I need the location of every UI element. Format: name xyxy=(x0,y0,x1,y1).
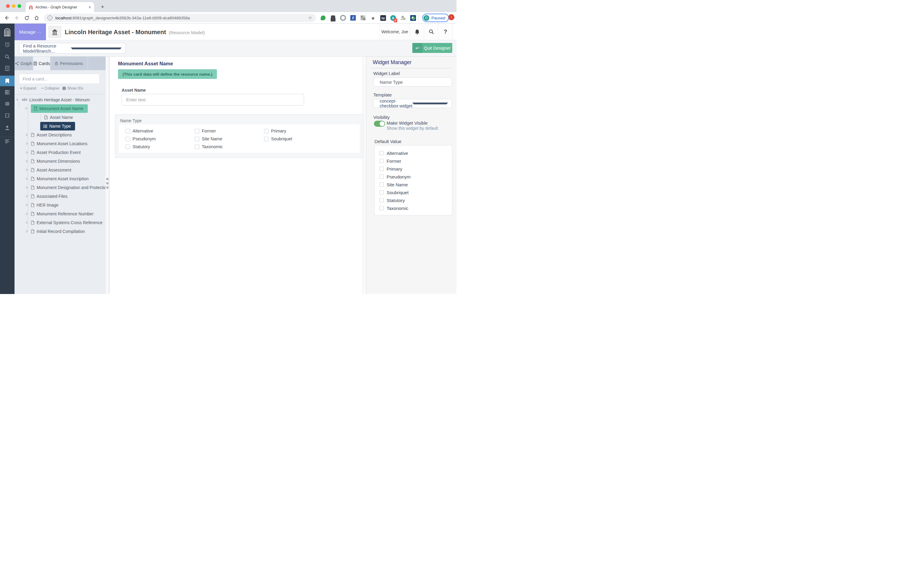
ticket-icon[interactable] xyxy=(0,110,15,121)
search-button[interactable] xyxy=(424,24,438,40)
search-rail-icon[interactable] xyxy=(0,52,15,62)
checkbox[interactable] xyxy=(264,129,269,133)
window-zoom-button[interactable] xyxy=(18,4,21,8)
asset-name-input[interactable] xyxy=(121,94,304,105)
tree-node-name-type-selected[interactable]: Name Type xyxy=(15,122,75,130)
notifications-button[interactable] xyxy=(410,24,424,40)
caret-expanded-icon[interactable] xyxy=(25,107,28,110)
server-icon[interactable] xyxy=(0,87,15,97)
checkbox[interactable] xyxy=(379,159,384,163)
zotero-extension-icon[interactable]: Z xyxy=(350,15,356,21)
evernote-extension-icon[interactable] xyxy=(320,15,326,21)
window-close-button[interactable] xyxy=(6,4,10,8)
person-search-extension-icon[interactable] xyxy=(400,15,406,21)
checkbox[interactable] xyxy=(195,145,199,149)
tree-node-monument-asset-name[interactable]: Monument Asset Name xyxy=(15,104,88,113)
checkbox[interactable] xyxy=(379,190,384,194)
option-pseudonym[interactable]: Pseudonym xyxy=(126,135,195,143)
tree-node-card[interactable]: Monument Asset Locations xyxy=(15,139,87,148)
checkbox[interactable] xyxy=(264,137,269,141)
tree-root-node[interactable]: </> Lincoln Heritage Asset - Monument (e… xyxy=(15,95,90,104)
tree-node-card[interactable]: Monument Dimensions xyxy=(15,157,80,165)
reload-icon[interactable] xyxy=(23,14,30,21)
profile-chip[interactable]: D Paused xyxy=(422,14,449,22)
ring-extension-icon[interactable] xyxy=(340,15,346,21)
option-soubriquet[interactable]: Soubriquet xyxy=(264,135,333,143)
caret-collapsed-icon[interactable] xyxy=(26,151,28,154)
collapse-all-button[interactable]: −Collapse xyxy=(41,86,59,90)
caret-collapsed-icon[interactable] xyxy=(26,160,28,163)
option-statutory[interactable]: Statutory xyxy=(126,143,195,151)
url-bar[interactable]: i localhost:8081/graph_designer/e4b3562b… xyxy=(44,14,316,22)
browser-tab[interactable]: Arches - Graph Designer × xyxy=(26,2,94,12)
default-option-former[interactable]: Former xyxy=(379,157,452,165)
caret-collapsed-icon[interactable] xyxy=(26,186,28,189)
find-model-select[interactable]: Find a Resource Model/Branch... xyxy=(19,43,126,53)
checkbox[interactable] xyxy=(379,151,384,155)
default-option-statutory[interactable]: Statutory xyxy=(379,196,452,204)
site-info-icon[interactable]: i xyxy=(47,15,52,20)
panel-splitter[interactable] xyxy=(105,57,109,294)
tab-permissions[interactable]: Permissions xyxy=(50,57,88,70)
template-select[interactable]: concept-checkbox-widget xyxy=(373,99,452,108)
checkbox[interactable] xyxy=(126,145,130,149)
tree-node-card[interactable]: Asset Assessment xyxy=(15,166,71,174)
default-option-taxonomic[interactable]: Taxonomic xyxy=(379,204,452,212)
checkbox[interactable] xyxy=(379,198,384,202)
checkbox[interactable] xyxy=(195,137,199,141)
globe-rail-icon[interactable] xyxy=(0,99,15,109)
main-scrollbar[interactable] xyxy=(362,57,366,294)
option-former[interactable]: Former xyxy=(195,127,264,135)
tab-cards[interactable]: Cards xyxy=(33,57,50,70)
caret-collapsed-icon[interactable] xyxy=(26,204,28,207)
recent-activity-icon[interactable] xyxy=(0,39,15,50)
checkbox[interactable] xyxy=(379,206,384,210)
menu-icon[interactable] xyxy=(0,136,15,146)
tree-node-card[interactable]: Initial Record Compilation xyxy=(15,227,85,236)
tab-close-icon[interactable]: × xyxy=(89,5,91,10)
manage-button[interactable]: Manage ··· xyxy=(15,24,46,40)
window-minimize-button[interactable] xyxy=(12,4,15,8)
robot-extension-icon[interactable] xyxy=(330,15,336,21)
geojson-extension-icon[interactable]: ◆ xyxy=(370,15,377,21)
checkbox[interactable] xyxy=(379,174,384,179)
option-taxonomic[interactable]: Taxonomic xyxy=(195,143,264,151)
arches-logo[interactable] xyxy=(0,27,15,37)
sidebar-item-graph-designer[interactable] xyxy=(0,76,15,86)
option-primary[interactable]: Primary xyxy=(264,127,333,135)
quit-designer-button[interactable]: ↩ Quit Designer xyxy=(412,43,452,53)
default-option-primary[interactable]: Primary xyxy=(379,165,452,173)
help-button[interactable]: ? xyxy=(438,24,453,40)
default-option-pseudonym[interactable]: Pseudonym xyxy=(379,173,452,181)
default-option-soubriquet[interactable]: Soubriquet xyxy=(379,189,452,196)
back-icon[interactable] xyxy=(3,14,10,21)
bookmark-star-icon[interactable]: ☆ xyxy=(308,15,312,21)
tree-node-card[interactable]: Monument Reference Number xyxy=(15,210,94,218)
expand-all-button[interactable]: +Expand xyxy=(20,86,36,90)
show-ids-button[interactable]: iShow IDs xyxy=(62,86,84,90)
caret-collapsed-icon[interactable] xyxy=(26,195,28,198)
find-card-input[interactable] xyxy=(19,74,100,84)
checkbox[interactable] xyxy=(379,166,384,171)
xp-extension-icon[interactable]: Xp xyxy=(380,15,386,21)
checkbox[interactable] xyxy=(126,137,130,141)
caret-expanded-icon[interactable] xyxy=(16,98,19,102)
building-icon[interactable] xyxy=(0,63,15,73)
caret-collapsed-icon[interactable] xyxy=(26,230,28,233)
caret-collapsed-icon[interactable] xyxy=(26,142,28,145)
forward-icon[interactable] xyxy=(13,14,20,21)
checkbox[interactable] xyxy=(379,183,384,187)
widget-label-input[interactable] xyxy=(373,78,452,87)
caret-collapsed-icon[interactable] xyxy=(26,168,28,171)
home-icon[interactable] xyxy=(33,14,40,21)
adblock-extension-icon[interactable]: ↑ xyxy=(448,14,454,20)
tab-graph[interactable]: Graph xyxy=(15,57,33,70)
user-icon[interactable] xyxy=(0,123,15,133)
new-tab-button[interactable]: + xyxy=(99,3,107,11)
tree-node-card[interactable]: Monument Designation and Protectio xyxy=(15,183,105,192)
tree-node-card[interactable]: Monument Asset Inscription xyxy=(15,174,89,183)
caret-collapsed-icon[interactable] xyxy=(26,212,28,215)
tree-node-card[interactable]: Asset Descriptions xyxy=(15,131,72,139)
option-alternative[interactable]: Alternative xyxy=(126,127,195,135)
tree-node-asset-name[interactable]: Asset Name xyxy=(15,113,73,121)
